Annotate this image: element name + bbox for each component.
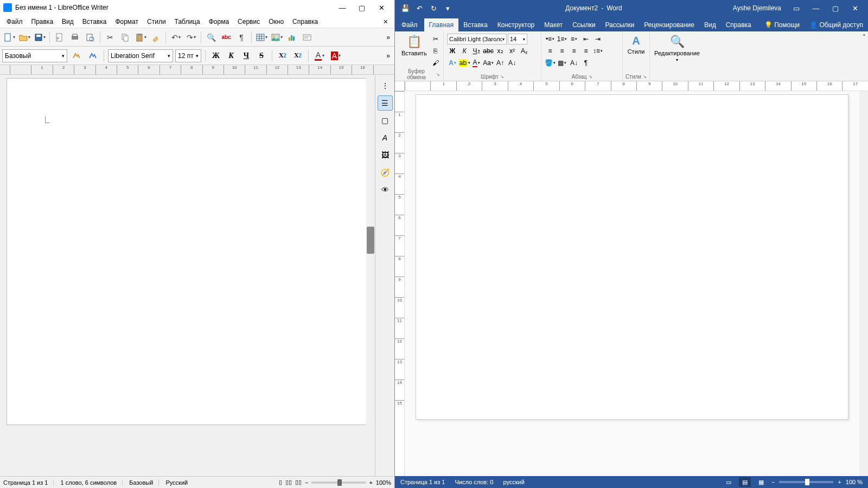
wd-close-button[interactable]: ✕	[845, 4, 865, 12]
tell-me-button[interactable]: 💡 Помощи	[760, 18, 805, 31]
wd-status-lang[interactable]: русский	[503, 479, 524, 485]
wd-increase-indent-button[interactable]: ⇥	[592, 34, 603, 44]
wd-borders-button[interactable]: ▦	[557, 57, 567, 68]
spell-check-button[interactable]: abc	[219, 30, 233, 44]
wd-line-spacing-button[interactable]: ↕≡	[592, 46, 603, 56]
tab-insert[interactable]: Вставка	[458, 18, 493, 31]
subscript-button[interactable]: X2	[291, 49, 304, 62]
wd-maximize-button[interactable]: ▢	[826, 4, 845, 12]
editing-button[interactable]: 🔍 Редактирование ▾	[653, 33, 701, 68]
copy-button[interactable]	[118, 30, 132, 44]
wd-copy-icon[interactable]: ⎘	[430, 46, 441, 56]
wd-vertical-scrollbar[interactable]	[859, 91, 868, 476]
wd-horizontal-ruler[interactable]: 1234567891011121314151617	[395, 81, 868, 91]
wd-zoom-slider[interactable]	[779, 481, 833, 483]
new-style-button[interactable]	[86, 49, 100, 63]
wd-bullets-button[interactable]: •≡	[545, 34, 556, 44]
wd-highlight-button[interactable]: ab	[459, 57, 470, 68]
wd-format-painter-icon[interactable]: 🖌	[430, 57, 441, 68]
lo-close-button[interactable]: ✕	[372, 4, 391, 12]
tab-layout[interactable]: Макет	[539, 18, 567, 31]
wd-zoom-in-button[interactable]: +	[838, 479, 841, 485]
status-page[interactable]: Страница 1 из 1	[3, 479, 54, 486]
sidebar-styles-icon[interactable]: A	[378, 130, 393, 145]
tab-references[interactable]: Ссылки	[567, 18, 600, 31]
tab-mailings[interactable]: Рассылки	[600, 18, 639, 31]
menu-styles[interactable]: Стили	[144, 17, 169, 27]
toolbar-overflow[interactable]: »	[384, 34, 392, 41]
bold-button[interactable]: Ж	[209, 49, 222, 62]
menu-window[interactable]: Окно	[265, 17, 287, 27]
view-multi-icon[interactable]: ▯▯	[285, 479, 292, 486]
save-button[interactable]	[33, 30, 47, 44]
wd-text-effects-button[interactable]: A	[447, 57, 458, 68]
menu-form[interactable]: Форма	[206, 17, 232, 27]
underline-button[interactable]: Ч	[240, 49, 253, 62]
font-size-combo[interactable]: 12 пт▾	[175, 49, 201, 62]
tab-design[interactable]: Конструктор	[493, 18, 539, 31]
wd-font-size-combo[interactable]: 14▾	[508, 34, 527, 44]
menu-file[interactable]: Файл	[3, 17, 26, 27]
wd-font-name-combo[interactable]: Calibri Light (Заголовки)▾	[447, 34, 507, 44]
insert-chart-button[interactable]	[285, 30, 299, 44]
find-replace-button[interactable]: 🔍	[204, 30, 218, 44]
wd-align-left-button[interactable]: ≡	[545, 46, 556, 56]
wd-zoom-out-button[interactable]: −	[771, 479, 775, 485]
sidebar-inspector-icon[interactable]: 👁	[378, 182, 393, 197]
undo-button[interactable]: ↶	[169, 30, 183, 44]
wd-font-color-button[interactable]: A	[471, 57, 482, 68]
lo-page-scroll[interactable]	[0, 75, 375, 476]
ribbon-collapse-button[interactable]: ˄	[860, 31, 868, 81]
wd-print-layout-icon[interactable]: ▤	[739, 477, 751, 487]
insert-table-button[interactable]	[254, 30, 269, 44]
tab-review[interactable]: Рецензирование	[639, 18, 699, 31]
status-words[interactable]: 1 слово, 6 символов	[60, 479, 123, 486]
wd-show-marks-button[interactable]: ¶	[580, 57, 591, 68]
format-paintbrush-button[interactable]	[149, 30, 163, 44]
wd-multilevel-button[interactable]: ≡	[569, 34, 579, 44]
view-single-icon[interactable]: ▯	[279, 479, 282, 486]
wd-customize-qat[interactable]: ▾	[441, 1, 455, 15]
italic-button[interactable]: К	[225, 49, 238, 62]
wd-superscript-button[interactable]: x²	[507, 46, 518, 56]
wd-clear-format-button[interactable]: Aᵪ	[519, 46, 529, 56]
formatting-marks-button[interactable]: ¶	[234, 30, 248, 44]
sidebar-page-icon[interactable]: ▢	[378, 113, 393, 128]
wd-justify-button[interactable]: ≡	[580, 46, 591, 56]
strikethrough-button[interactable]: S	[255, 49, 268, 62]
wd-status-words[interactable]: Число слов: 0	[455, 479, 493, 485]
wd-status-page[interactable]: Страница 1 из 1	[400, 479, 445, 485]
open-button[interactable]	[17, 30, 31, 44]
share-button[interactable]: 👤 Общий доступ	[805, 18, 868, 31]
styles-dialog-launcher[interactable]: ↘	[643, 74, 647, 79]
wd-ribbon-options[interactable]: ▭	[787, 4, 806, 12]
export-pdf-button[interactable]: P	[53, 30, 67, 44]
insert-textbox-button[interactable]	[300, 30, 314, 44]
wd-read-mode-icon[interactable]: ▭	[723, 477, 735, 487]
menu-edit[interactable]: Правка	[28, 17, 57, 27]
wd-user-name[interactable]: Ayshe Djemileva	[733, 4, 781, 12]
wd-numbering-button[interactable]: 1≡	[557, 34, 567, 44]
lo-document-page[interactable]	[7, 78, 368, 425]
wd-sort-button[interactable]: A↓	[569, 57, 579, 68]
paste-button[interactable]	[133, 30, 148, 44]
paste-button[interactable]: 📋 Вставить	[398, 33, 430, 68]
menu-format[interactable]: Формат	[112, 17, 142, 27]
update-style-button[interactable]	[69, 49, 84, 63]
wd-italic-button[interactable]: К	[459, 46, 470, 56]
clipboard-dialog-launcher[interactable]: ↘	[436, 72, 440, 77]
superscript-button[interactable]: X2	[276, 49, 289, 62]
redo-button[interactable]: ↷	[184, 30, 198, 44]
menu-help[interactable]: Справка	[289, 17, 321, 27]
formatting-overflow[interactable]: »	[384, 52, 392, 60]
wd-cut-icon[interactable]: ✂	[430, 34, 441, 44]
font-color-button[interactable]: A	[312, 49, 327, 63]
wd-underline-button[interactable]: Ч	[471, 46, 482, 56]
zoom-out-button[interactable]: −	[305, 479, 308, 486]
wd-align-center-button[interactable]: ≡	[557, 46, 567, 56]
wd-web-layout-icon[interactable]: ▦	[755, 477, 767, 487]
wd-document-page[interactable]	[416, 94, 848, 420]
paragraph-style-combo[interactable]: Базовый▾	[2, 49, 67, 62]
wd-save-icon[interactable]: 💾	[398, 1, 412, 15]
status-style[interactable]: Базовый	[129, 479, 159, 486]
